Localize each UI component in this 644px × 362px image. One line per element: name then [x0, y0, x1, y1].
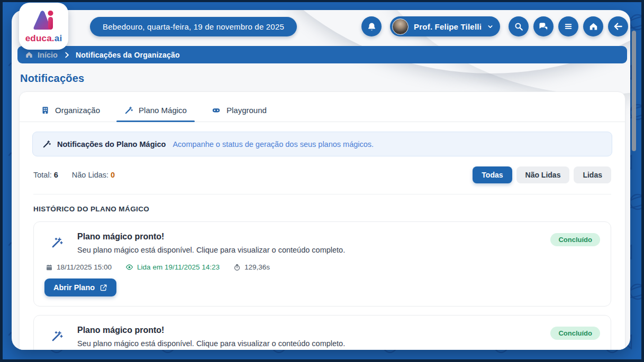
calendar-icon	[46, 264, 53, 271]
filter-unread-button[interactable]: Não Lidas	[516, 166, 570, 183]
notification-header: Plano mágico pronto! Seu plano mágico es…	[44, 326, 600, 348]
status-badge: Concluído	[550, 233, 600, 246]
unread-label: Não Lidas:	[72, 171, 108, 179]
educa-ai-logo-mark	[30, 9, 58, 32]
magic-wand-icon	[124, 106, 133, 115]
scrollbar-thumb[interactable]	[632, 31, 636, 151]
hamburger-icon	[564, 22, 573, 31]
profile-name: Prof. Felipe Tilelli	[414, 22, 482, 31]
back-button[interactable]	[608, 16, 628, 36]
tab-playground[interactable]: Playground	[203, 106, 275, 122]
notification-date: 18/11/2025 15:00	[46, 263, 112, 271]
status-badge: Concluído	[550, 327, 600, 340]
tab-bar: Organização Plano Mágico Playground	[20, 92, 625, 122]
notification-meta: 18/11/2025 15:00 Lida em 19/11/2025 14:2…	[44, 263, 600, 271]
notifications-bell-button[interactable]	[361, 16, 382, 36]
profile-menu-button[interactable]: Prof. Felipe Tilelli	[390, 16, 500, 36]
open-plan-label: Abrir Plano	[53, 283, 95, 292]
open-plan-button[interactable]: Abrir Plano	[44, 279, 116, 296]
chevron-right-icon	[63, 51, 70, 59]
app-logo[interactable]: educa.ai	[19, 3, 68, 50]
total-value: 6	[54, 171, 58, 179]
home-icon	[588, 22, 598, 32]
top-header: Bebedouro, quarta-feira, 19 de novembro …	[12, 10, 630, 46]
chevron-down-icon	[487, 23, 494, 30]
notification-duration-text: 129,36s	[244, 263, 270, 271]
unread-count: Não Lidas:0	[72, 171, 115, 179]
notification-card[interactable]: Plano mágico pronto! Seu plano mágico es…	[33, 221, 611, 307]
notification-card[interactable]: Plano mágico pronto! Seu plano mágico es…	[33, 315, 611, 350]
notification-body: Plano mágico pronto! Seu plano mágico es…	[77, 326, 550, 348]
page-title: Notificações	[20, 72, 630, 85]
tab-playground-label: Playground	[226, 106, 267, 115]
tab-plano-magico[interactable]: Plano Mágico	[116, 106, 195, 122]
total-count: Total:6	[33, 171, 58, 179]
main-window: Bebedouro, quarta-feira, 19 de novembro …	[12, 10, 630, 350]
logo-text-educa: educa.	[25, 33, 55, 43]
building-icon	[41, 106, 50, 115]
history-section-title: HISTÓRICO DO PLANO MÁGICO	[33, 205, 611, 213]
notification-description: Seu plano mágico está disponível. Clique…	[77, 246, 550, 254]
external-link-icon	[99, 284, 107, 292]
home-button[interactable]	[583, 16, 603, 36]
notification-body: Plano mágico pronto! Seu plano mágico es…	[77, 232, 550, 254]
tab-organizacao[interactable]: Organização	[33, 106, 108, 122]
arrow-left-icon	[613, 21, 623, 32]
gamepad-icon	[211, 106, 221, 115]
eye-icon	[125, 263, 133, 271]
logo-wordmark: educa.ai	[25, 33, 62, 44]
avatar	[392, 18, 409, 35]
header-actions: Prof. Felipe Tilelli	[361, 16, 628, 36]
timer-icon	[233, 264, 241, 271]
notification-read-info: Lida em 19/11/2025 14:23	[125, 263, 220, 271]
notification-title: Plano mágico pronto!	[77, 232, 550, 242]
tab-plano-magico-label: Plano Mágico	[139, 106, 187, 115]
notification-title: Plano mágico pronto!	[77, 326, 550, 335]
filter-read-button[interactable]: Lidas	[574, 166, 611, 183]
chat-bubbles-icon	[538, 21, 549, 32]
home-icon	[25, 51, 33, 59]
filter-all-button[interactable]: Todas	[473, 166, 512, 183]
magic-wand-icon	[42, 140, 51, 148]
magic-wand-icon	[51, 330, 64, 345]
banner-title: Notificações do Plano Mágico	[57, 140, 166, 148]
total-label: Total:	[33, 171, 52, 179]
filter-group: Todas Não Lidas Lidas	[473, 166, 611, 183]
notifications-panel: Organização Plano Mágico Playground Noti…	[19, 91, 625, 350]
messages-button[interactable]	[533, 16, 554, 36]
info-banner: Notificações do Plano Mágico Acompanhe o…	[32, 132, 612, 156]
tab-organizacao-label: Organização	[55, 106, 100, 115]
notification-date-text: 18/11/2025 15:00	[57, 263, 112, 271]
breadcrumb-home-link[interactable]: Início	[25, 51, 58, 59]
search-button[interactable]	[509, 16, 529, 36]
search-icon	[514, 22, 524, 32]
notification-header: Plano mágico pronto! Seu plano mágico es…	[44, 232, 600, 254]
logo-text-ai: ai	[55, 33, 62, 43]
breadcrumb: Início Notificações da Organização	[17, 46, 627, 63]
notification-description: Seu plano mágico está disponível. Clique…	[77, 339, 550, 348]
notification-read-text: Lida em 19/11/2025 14:23	[137, 263, 220, 271]
date-location-pill: Bebedouro, quarta-feira, 19 de novembro …	[90, 17, 297, 36]
banner-subtitle: Acompanhe o status de geração dos seus p…	[173, 140, 374, 148]
bell-icon	[367, 22, 377, 32]
notification-duration: 129,36s	[233, 263, 270, 271]
menu-button[interactable]	[558, 16, 578, 36]
stats-row: Total:6 Não Lidas:0 Todas Não Lidas Lida…	[33, 156, 611, 194]
unread-value: 0	[111, 171, 115, 179]
magic-wand-icon	[51, 236, 64, 251]
breadcrumb-home-label: Início	[38, 51, 58, 59]
breadcrumb-current: Notificações da Organização	[76, 51, 180, 59]
